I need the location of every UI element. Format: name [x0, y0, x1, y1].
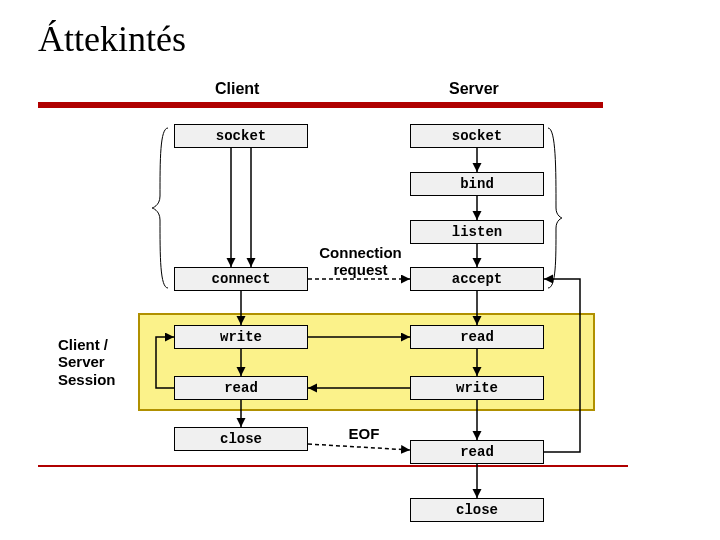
eof-label: EOF [344, 426, 384, 443]
client-write-box: write [174, 325, 308, 349]
server-header: Server [449, 80, 499, 98]
client-read-box: read [174, 376, 308, 400]
title-underline [38, 102, 603, 108]
slide: Áttekintés Client Server socket connect … [0, 0, 720, 540]
bottom-line [38, 465, 628, 467]
server-listen-box: listen [410, 220, 544, 244]
server-read2-box: read [410, 440, 544, 464]
server-socket-box: socket [410, 124, 544, 148]
session-l3: Session [58, 371, 116, 388]
client-header: Client [215, 80, 259, 98]
session-label: Client / Server Session [58, 336, 116, 388]
server-accept-box: accept [410, 267, 544, 291]
svg-line-15 [308, 444, 410, 450]
client-connect-box: connect [174, 267, 308, 291]
server-read-box: read [410, 325, 544, 349]
page-title: Áttekintés [38, 18, 186, 60]
session-l2: Server [58, 353, 105, 370]
server-bind-box: bind [410, 172, 544, 196]
client-socket-box: socket [174, 124, 308, 148]
server-write-box: write [410, 376, 544, 400]
session-l1: Client / [58, 336, 108, 353]
connreq-line2: request [333, 261, 387, 278]
connection-request-label: Connection request [313, 245, 408, 278]
client-close-box: close [174, 427, 308, 451]
connreq-line1: Connection [319, 244, 402, 261]
server-close-box: close [410, 498, 544, 522]
